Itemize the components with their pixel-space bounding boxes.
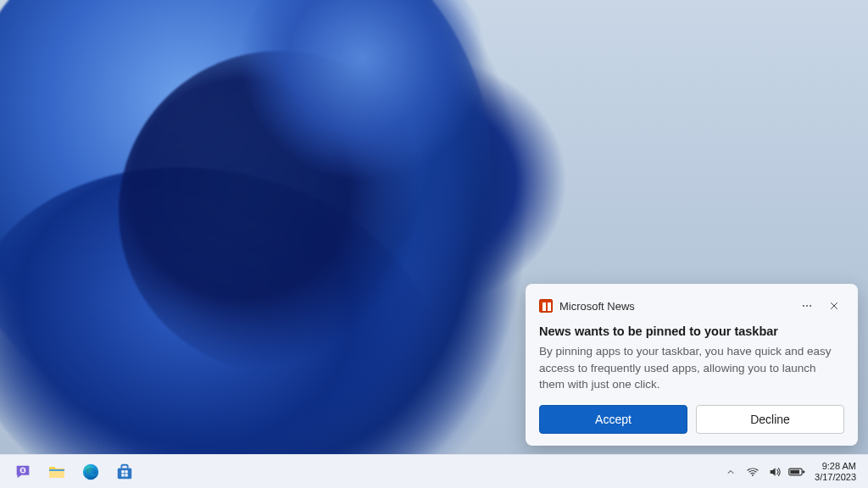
svg-rect-4	[49, 469, 64, 471]
svg-rect-8	[125, 470, 127, 473]
wifi-icon	[746, 465, 760, 479]
taskbar-chat[interactable]	[7, 457, 39, 487]
notification-close-button[interactable]	[824, 296, 844, 316]
notification-app-name: Microsoft News	[559, 300, 790, 313]
system-tray: 9:28 AM 3/17/2023	[721, 457, 861, 487]
speaker-icon	[768, 465, 782, 479]
battery-icon	[788, 465, 805, 479]
taskbar-clock[interactable]: 9:28 AM 3/17/2023	[810, 461, 861, 482]
edge-icon	[81, 463, 100, 481]
svg-point-11	[752, 474, 754, 476]
taskbar-edge[interactable]	[75, 457, 107, 487]
file-explorer-icon	[47, 462, 67, 482]
notification-more-button[interactable]	[797, 296, 817, 316]
tray-wifi[interactable]	[743, 457, 762, 487]
notification-body: By pinning apps to your taskbar, you hav…	[539, 343, 844, 393]
svg-rect-9	[121, 474, 124, 476]
taskbar-microsoft-store[interactable]	[108, 457, 141, 487]
svg-point-2	[810, 305, 811, 307]
tray-volume[interactable]	[765, 457, 784, 487]
svg-rect-10	[125, 474, 127, 476]
notification-header: Microsoft News	[539, 296, 844, 316]
taskbar: 9:28 AM 3/17/2023	[0, 454, 868, 488]
microsoft-store-icon	[115, 463, 134, 481]
svg-rect-13	[790, 469, 799, 474]
decline-button[interactable]: Decline	[696, 405, 844, 434]
svg-rect-7	[121, 470, 124, 473]
accept-button[interactable]: Accept	[539, 405, 687, 434]
svg-rect-14	[803, 470, 804, 473]
svg-point-1	[806, 305, 808, 307]
tray-battery[interactable]	[787, 457, 806, 487]
tray-overflow-button[interactable]	[721, 457, 740, 487]
ellipsis-icon	[801, 300, 813, 312]
news-app-icon	[539, 299, 553, 313]
svg-rect-6	[118, 468, 132, 479]
notification-actions: Accept Decline	[539, 405, 844, 434]
chevron-up-icon	[726, 467, 736, 477]
taskbar-pinned-apps	[7, 457, 141, 487]
clock-time: 9:28 AM	[815, 461, 856, 472]
notification-title: News wants to be pinned to your taskbar	[539, 324, 844, 338]
chat-icon	[14, 463, 32, 481]
taskbar-file-explorer[interactable]	[41, 457, 73, 487]
close-icon	[829, 301, 839, 311]
svg-point-0	[803, 305, 804, 307]
clock-date: 3/17/2023	[815, 472, 856, 483]
svg-point-3	[20, 467, 26, 473]
notification-toast: Microsoft News News wants to be pinned t…	[526, 284, 858, 446]
